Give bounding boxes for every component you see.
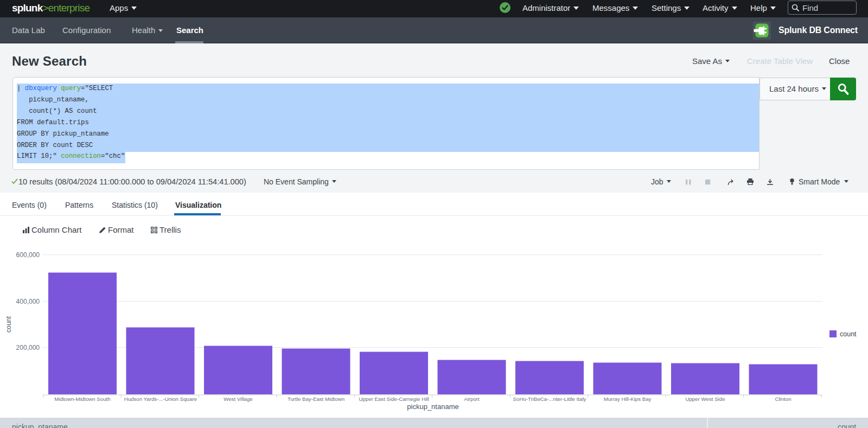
svg-text:pickup_ntaname: pickup_ntaname	[407, 403, 458, 411]
svg-text:Upper East Side-Carnegie Hill: Upper East Side-Carnegie Hill	[359, 396, 429, 402]
svg-text:Murray Hill-Kips Bay: Murray Hill-Kips Bay	[604, 396, 652, 402]
svg-text:Hudson Yards-...-Union Square: Hudson Yards-...-Union Square	[124, 396, 197, 402]
svg-text:400,000: 400,000	[16, 298, 40, 305]
svg-text:Upper West Side: Upper West Side	[685, 396, 725, 402]
svg-text:count: count	[5, 316, 12, 333]
svg-text:200,000: 200,000	[16, 344, 40, 352]
svg-text:West Village: West Village	[224, 396, 253, 402]
svg-text:SoHo-TriBeCa-...nter-Little It: SoHo-TriBeCa-...nter-Little Italy	[513, 396, 586, 402]
svg-text:Airport: Airport	[464, 396, 480, 402]
svg-text:600,000: 600,000	[16, 251, 40, 259]
svg-text:Turtle Bay-East Midtown: Turtle Bay-East Midtown	[288, 396, 344, 402]
svg-text:Midtown-Midtown South: Midtown-Midtown South	[54, 396, 110, 402]
svg-text:count: count	[840, 330, 857, 338]
svg-text:Clinton: Clinton	[775, 396, 791, 402]
